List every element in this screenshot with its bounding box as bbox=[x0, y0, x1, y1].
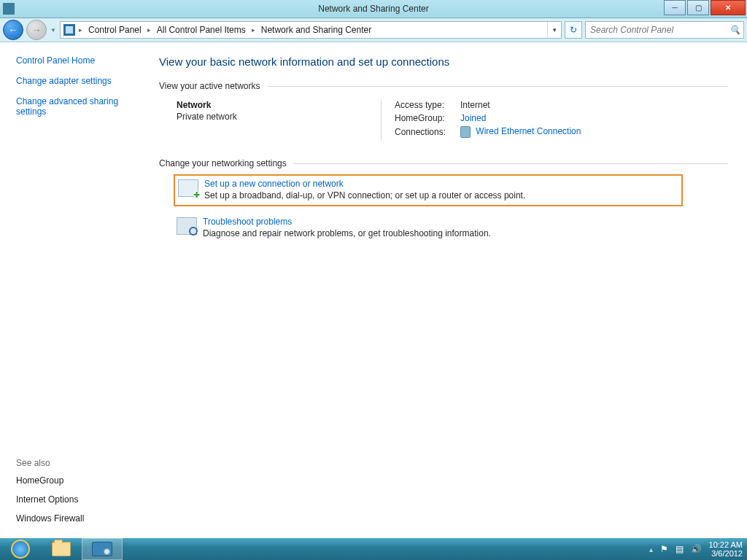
task-setup-title[interactable]: Set up a new connection or network bbox=[204, 179, 525, 189]
maximize-button[interactable]: ▢ bbox=[687, 0, 709, 15]
window-title: Network and Sharing Center bbox=[0, 4, 747, 14]
network-identity: Network Private network bbox=[177, 100, 381, 141]
search-input[interactable] bbox=[589, 24, 729, 36]
ethernet-icon bbox=[460, 126, 471, 138]
troubleshoot-icon bbox=[177, 217, 197, 235]
folder-icon bbox=[52, 542, 71, 556]
breadcrumb-separator: ▸ bbox=[145, 26, 153, 34]
content-area: Control Panel Home Change adapter settin… bbox=[0, 42, 747, 540]
page-title: View your basic network information and … bbox=[159, 55, 728, 68]
connection-link[interactable]: Wired Ethernet Connection bbox=[460, 126, 581, 138]
sidebar: Control Panel Home Change adapter settin… bbox=[0, 42, 146, 540]
ie-icon bbox=[11, 540, 30, 559]
section-active-networks: View your active networks bbox=[159, 81, 728, 91]
wizard-icon bbox=[178, 179, 198, 197]
see-also-heading: See also bbox=[16, 458, 142, 468]
recent-locations-button[interactable]: ▼ bbox=[50, 27, 57, 34]
homegroup-link[interactable]: Joined bbox=[460, 113, 486, 123]
sidebar-control-panel-home[interactable]: Control Panel Home bbox=[16, 55, 133, 66]
section-label: View your active networks bbox=[159, 81, 260, 91]
connection-name[interactable]: Wired Ethernet Connection bbox=[476, 126, 581, 136]
breadcrumb-separator: ▸ bbox=[249, 26, 258, 34]
main-panel: View your basic network information and … bbox=[146, 42, 747, 540]
task-setup-connection[interactable]: Set up a new connection or network Set u… bbox=[174, 174, 683, 206]
location-icon bbox=[63, 24, 75, 36]
network-details: Access type: Internet HomeGroup: Joined … bbox=[381, 100, 581, 141]
section-change-settings: Change your networking settings bbox=[159, 158, 728, 168]
refresh-button[interactable]: ↻ bbox=[565, 21, 582, 39]
clock-date: 3/6/2012 bbox=[709, 549, 743, 558]
network-name: Network bbox=[177, 100, 381, 110]
address-dropdown[interactable]: ▾ bbox=[547, 22, 561, 38]
sidebar-windows-firewall[interactable]: Windows Firewall bbox=[16, 513, 142, 524]
sidebar-advanced-sharing[interactable]: Change advanced sharing settings bbox=[16, 96, 133, 117]
task-troubleshoot-desc: Diagnose and repair network problems, or… bbox=[203, 228, 491, 238]
back-button[interactable]: ← bbox=[3, 20, 23, 40]
breadcrumb-all-items[interactable]: All Control Panel Items bbox=[155, 25, 248, 35]
sidebar-internet-options[interactable]: Internet Options bbox=[16, 494, 142, 505]
breadcrumb-current[interactable]: Network and Sharing Center bbox=[259, 25, 374, 35]
network-type: Private network bbox=[177, 112, 381, 122]
access-type-label: Access type: bbox=[395, 100, 460, 110]
access-type-value: Internet bbox=[460, 100, 490, 110]
active-network-block: Network Private network Access type: Int… bbox=[177, 100, 728, 141]
system-tray: ▴ ⚑ ▤ 🔊 10:22 AM 3/6/2012 bbox=[649, 540, 747, 558]
divider bbox=[294, 163, 728, 164]
network-tray-icon[interactable]: ▤ bbox=[676, 544, 684, 554]
volume-icon[interactable]: 🔊 bbox=[691, 544, 702, 554]
homegroup-label: HomeGroup: bbox=[395, 113, 460, 123]
breadcrumb-separator: ▸ bbox=[77, 26, 85, 34]
taskbar: ▴ ⚑ ▤ 🔊 10:22 AM 3/6/2012 bbox=[0, 538, 747, 560]
breadcrumb-control-panel[interactable]: Control Panel bbox=[86, 25, 144, 35]
taskbar-control-panel[interactable] bbox=[82, 538, 123, 560]
control-panel-icon bbox=[92, 542, 112, 556]
show-hidden-icons[interactable]: ▴ bbox=[649, 545, 653, 553]
connections-label: Connections: bbox=[395, 127, 460, 137]
clock[interactable]: 10:22 AM 3/6/2012 bbox=[709, 540, 743, 558]
task-setup-desc: Set up a broadband, dial-up, or VPN conn… bbox=[204, 190, 525, 201]
address-bar[interactable]: ▸ Control Panel ▸ All Control Panel Item… bbox=[60, 21, 562, 39]
search-box[interactable]: 🔍 bbox=[585, 21, 744, 39]
close-button[interactable]: ✕ bbox=[711, 0, 746, 15]
clock-time: 10:22 AM bbox=[709, 540, 743, 549]
action-center-icon[interactable]: ⚑ bbox=[660, 544, 668, 554]
divider bbox=[268, 86, 728, 87]
taskbar-ie[interactable] bbox=[0, 538, 41, 560]
forward-button[interactable]: → bbox=[26, 20, 47, 40]
title-bar: Network and Sharing Center ─ ▢ ✕ bbox=[0, 0, 747, 18]
sidebar-homegroup[interactable]: HomeGroup bbox=[16, 475, 142, 486]
task-troubleshoot-title[interactable]: Troubleshoot problems bbox=[203, 217, 491, 227]
navigation-bar: ← → ▼ ▸ Control Panel ▸ All Control Pane… bbox=[0, 18, 747, 42]
window-controls: ─ ▢ ✕ bbox=[662, 0, 746, 15]
taskbar-explorer[interactable] bbox=[41, 538, 82, 560]
minimize-button[interactable]: ─ bbox=[664, 0, 686, 15]
task-troubleshoot[interactable]: Troubleshoot problems Diagnose and repai… bbox=[177, 217, 728, 238]
section-label: Change your networking settings bbox=[159, 158, 287, 168]
sidebar-change-adapter[interactable]: Change adapter settings bbox=[16, 76, 133, 86]
search-icon: 🔍 bbox=[729, 25, 740, 35]
